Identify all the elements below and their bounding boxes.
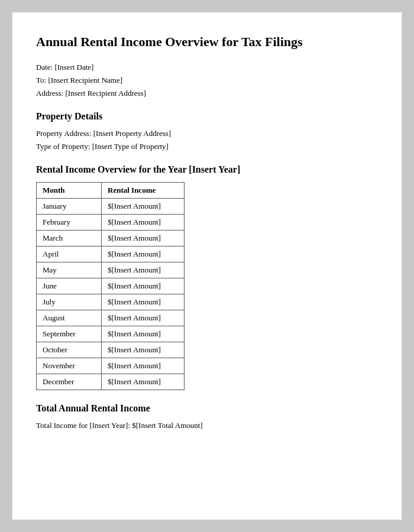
document-title: Annual Rental Income Overview for Tax Fi… <box>36 34 378 51</box>
month-cell: February <box>37 214 102 230</box>
amount-cell: $[Insert Amount] <box>102 214 185 230</box>
total-income-line: Total Income for [Insert Year]: $[Insert… <box>36 421 378 430</box>
amount-cell: $[Insert Amount] <box>102 358 185 374</box>
date-line: Date: [Insert Date] <box>36 63 378 72</box>
month-cell: May <box>37 262 102 278</box>
table-row: February$[Insert Amount] <box>37 214 185 230</box>
table-header-row: Month Rental Income <box>37 182 185 198</box>
total-section-header: Total Annual Rental Income <box>36 403 378 414</box>
amount-cell: $[Insert Amount] <box>102 294 185 310</box>
document: Annual Rental Income Overview for Tax Fi… <box>12 12 402 520</box>
income-section-header: Rental Income Overview for the Year [Ins… <box>36 164 378 175</box>
property-section-header: Property Details <box>36 111 378 122</box>
month-cell: March <box>37 230 102 246</box>
month-cell: August <box>37 310 102 326</box>
table-row: April$[Insert Amount] <box>37 246 185 262</box>
income-table: Month Rental Income January$[Insert Amou… <box>36 182 185 390</box>
table-row: July$[Insert Amount] <box>37 294 185 310</box>
month-cell: January <box>37 198 102 214</box>
table-row: November$[Insert Amount] <box>37 358 185 374</box>
table-row: September$[Insert Amount] <box>37 326 185 342</box>
table-row: May$[Insert Amount] <box>37 262 185 278</box>
col-month-header: Month <box>37 182 102 198</box>
amount-cell: $[Insert Amount] <box>102 278 185 294</box>
property-type-line: Type of Property: [Insert Type of Proper… <box>36 142 378 151</box>
table-row: October$[Insert Amount] <box>37 342 185 358</box>
month-cell: October <box>37 342 102 358</box>
month-cell: November <box>37 358 102 374</box>
amount-cell: $[Insert Amount] <box>102 198 185 214</box>
address-line: Address: [Insert Recipient Address] <box>36 89 378 98</box>
to-line: To: [Insert Recipient Name] <box>36 76 378 85</box>
table-row: March$[Insert Amount] <box>37 230 185 246</box>
amount-cell: $[Insert Amount] <box>102 374 185 390</box>
col-income-header: Rental Income <box>102 182 185 198</box>
property-address-line: Property Address: [Insert Property Addre… <box>36 129 378 138</box>
table-row: December$[Insert Amount] <box>37 374 185 390</box>
table-row: June$[Insert Amount] <box>37 278 185 294</box>
table-row: August$[Insert Amount] <box>37 310 185 326</box>
month-cell: September <box>37 326 102 342</box>
amount-cell: $[Insert Amount] <box>102 342 185 358</box>
amount-cell: $[Insert Amount] <box>102 326 185 342</box>
month-cell: December <box>37 374 102 390</box>
month-cell: April <box>37 246 102 262</box>
table-row: January$[Insert Amount] <box>37 198 185 214</box>
amount-cell: $[Insert Amount] <box>102 310 185 326</box>
amount-cell: $[Insert Amount] <box>102 246 185 262</box>
month-cell: July <box>37 294 102 310</box>
amount-cell: $[Insert Amount] <box>102 262 185 278</box>
amount-cell: $[Insert Amount] <box>102 230 185 246</box>
month-cell: June <box>37 278 102 294</box>
